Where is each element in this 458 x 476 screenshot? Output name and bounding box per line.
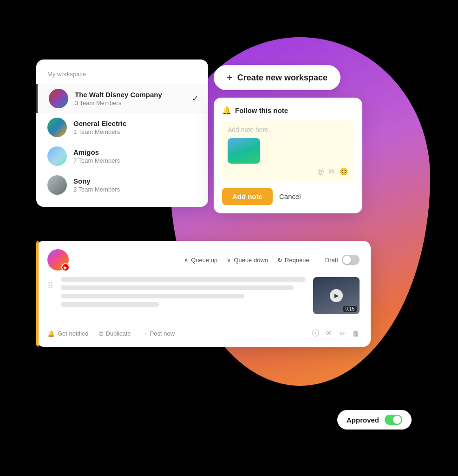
post-footer-icons: ⓘ 👁 ✏ 🗑 <box>312 329 360 338</box>
get-notified-label: Get notified <box>58 330 89 337</box>
requeue-icon: ↻ <box>277 257 282 264</box>
avatar-ge <box>47 118 67 137</box>
note-icons-row: @ ✉ 😊 <box>228 167 348 176</box>
avatar-amigos <box>47 146 67 166</box>
post-footer: 🔔 Get notified ⧉ Duplicate → Post now ⓘ … <box>47 322 360 338</box>
draft-toggle[interactable] <box>342 255 360 265</box>
drag-handle[interactable]: ⠿ <box>47 281 53 291</box>
post-now-icon: → <box>141 330 147 337</box>
workspace-card: My workspace The Walt Disney Company 3 T… <box>36 60 208 207</box>
post-content <box>61 277 306 311</box>
duplicate-icon: ⧉ <box>99 330 103 337</box>
create-workspace-label: Create new workspace <box>237 73 327 83</box>
post-avatar: ▶ <box>47 249 69 271</box>
bell-icon: 🔔 <box>222 106 231 115</box>
note-image-thumb <box>228 138 260 164</box>
workspace-name-amigos: Amigos <box>73 148 120 156</box>
workspace-members-sony: 2 Team Members <box>73 186 120 193</box>
note-actions: Add note Cancel <box>222 188 354 205</box>
add-note-button[interactable]: Add note <box>222 188 273 205</box>
workspace-item-sony[interactable]: Sony 2 Team Members <box>36 171 208 199</box>
trash-icon[interactable]: 🗑 <box>352 330 360 338</box>
workspace-name-disney: The Walt Disney Company <box>75 91 162 99</box>
workspace-item-disney[interactable]: The Walt Disney Company 3 Team Members ✓ <box>36 84 208 113</box>
workspace-name-ge: General Electric <box>73 119 126 127</box>
note-image-inner <box>228 138 260 164</box>
post-now-action[interactable]: → Post now <box>141 330 175 337</box>
workspace-name-sony: Sony <box>73 177 120 185</box>
workspace-members-amigos: 7 Team Members <box>73 157 120 164</box>
approved-toggle-thumb <box>393 416 401 424</box>
post-body: ⠿ ▶ 0:15 <box>47 277 360 314</box>
plus-icon: + <box>227 72 233 84</box>
chevron-up-icon: ∧ <box>184 257 189 264</box>
note-textarea-area[interactable]: Add note here... @ ✉ 😊 <box>222 120 354 181</box>
emoji-icon[interactable]: 😊 <box>340 167 348 176</box>
yellow-border <box>36 241 39 347</box>
avatar-sony <box>47 175 67 195</box>
post-lines <box>61 277 306 307</box>
duplicate-action[interactable]: ⧉ Duplicate <box>99 330 131 337</box>
approved-badge: Approved <box>337 410 412 430</box>
requeue-action[interactable]: ↻ Requeue <box>277 257 309 264</box>
note-placeholder: Add note here... <box>228 126 348 133</box>
draft-label: Draft <box>325 257 338 264</box>
duplicate-label: Duplicate <box>106 330 131 337</box>
approved-label: Approved <box>347 416 379 424</box>
video-duration: 0:15 <box>343 306 357 312</box>
bell-footer-icon: 🔔 <box>47 330 55 337</box>
post-header-actions: ∧ Queue up ∨ Queue down ↻ Requeue Draft <box>184 255 360 265</box>
workspace-item-amigos[interactable]: Amigos 7 Team Members <box>36 142 208 171</box>
at-icon[interactable]: @ <box>317 167 324 176</box>
post-line-2 <box>61 285 294 290</box>
approved-toggle[interactable] <box>385 415 402 425</box>
avatar-disney <box>49 89 68 108</box>
toggle-thumb <box>343 256 351 264</box>
checkmark-icon: ✓ <box>192 93 199 104</box>
workspace-members-ge: 1 Team Members <box>73 128 126 135</box>
eye-icon[interactable]: 👁 <box>326 330 333 338</box>
chevron-down-icon: ∨ <box>227 257 231 264</box>
workspace-card-title: My workspace <box>36 71 208 84</box>
post-now-label: Post now <box>150 330 175 337</box>
post-line-3 <box>61 294 244 298</box>
queue-down-action[interactable]: ∨ Queue down <box>227 257 268 264</box>
info-icon[interactable]: ⓘ <box>312 329 319 338</box>
post-card: ▶ ∧ Queue up ∨ Queue down ↻ Requeue Draf… <box>36 241 371 347</box>
post-card-header: ▶ ∧ Queue up ∨ Queue down ↻ Requeue Draf… <box>47 249 360 271</box>
edit-icon[interactable]: ✏ <box>340 329 346 338</box>
follow-note-title: Follow this note <box>235 106 288 114</box>
create-workspace-button[interactable]: + Create new workspace <box>214 65 340 90</box>
queue-up-action[interactable]: ∧ Queue up <box>184 257 217 264</box>
workspace-members-disney: 3 Team Members <box>75 99 162 106</box>
play-button[interactable]: ▶ <box>330 289 343 302</box>
draft-toggle-area: Draft <box>325 255 360 265</box>
queue-up-label: Queue up <box>191 257 217 264</box>
follow-note-header: 🔔 Follow this note <box>222 106 354 115</box>
get-notified-action[interactable]: 🔔 Get notified <box>47 330 89 337</box>
follow-note-card: 🔔 Follow this note Add note here... @ ✉ … <box>214 98 362 213</box>
post-video-thumb[interactable]: ▶ 0:15 <box>313 277 360 314</box>
requeue-label: Requeue <box>285 257 309 264</box>
queue-down-label: Queue down <box>234 257 268 264</box>
post-line-4 <box>61 302 159 307</box>
email-icon[interactable]: ✉ <box>329 167 335 176</box>
post-line-1 <box>61 277 306 282</box>
cancel-button[interactable]: Cancel <box>279 192 301 200</box>
avatar-badge: ▶ <box>61 263 70 271</box>
workspace-item-ge[interactable]: General Electric 1 Team Members <box>36 113 208 142</box>
